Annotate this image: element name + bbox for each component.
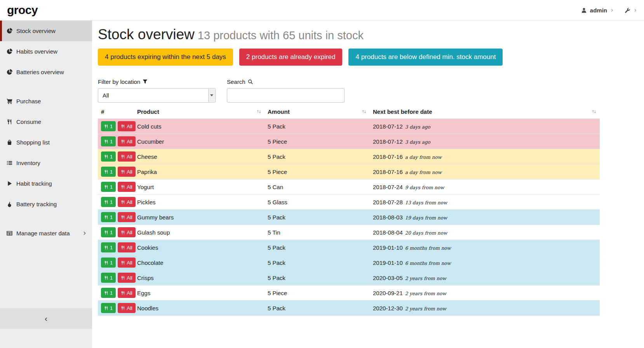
- column-header-product[interactable]: Product: [134, 108, 265, 119]
- consume-all-button[interactable]: All: [118, 227, 135, 237]
- sidebar-item-stock-overview[interactable]: Stock overview: [0, 21, 92, 41]
- best-before-date: 2019-01-10: [373, 259, 403, 266]
- utensils-icon: [104, 230, 108, 235]
- best-before-date: 2018-08-03: [373, 214, 403, 221]
- consume-all-button[interactable]: All: [118, 212, 135, 222]
- user-menu-label: admin: [590, 7, 607, 14]
- page-subtitle: 13 products with 65 units in stock: [198, 29, 364, 42]
- product-name-cell: Pickles: [134, 195, 265, 210]
- consume-all-button[interactable]: All: [118, 258, 135, 268]
- utensils-icon: [7, 119, 12, 125]
- sidebar-item-purchase[interactable]: Purchase: [0, 91, 92, 111]
- filter-row: Filter by location All Search: [98, 78, 638, 103]
- amount-cell: 5 Pack: [265, 301, 370, 316]
- consume-one-button[interactable]: 1: [101, 151, 116, 162]
- sidebar-item-batteries-overview[interactable]: Batteries overview: [0, 62, 92, 82]
- utensils-icon: [121, 185, 125, 189]
- consume-one-button[interactable]: 1: [101, 136, 116, 146]
- utensils-icon: [104, 245, 108, 250]
- utensils-icon: [121, 170, 125, 174]
- consume-one-button[interactable]: 1: [101, 273, 116, 283]
- user-menu[interactable]: admin: [581, 7, 614, 14]
- sidebar-item-inventory[interactable]: Inventory: [0, 153, 92, 173]
- utensils-icon: [121, 230, 125, 235]
- stock-table: # Product Amount Next best before date 1…: [98, 108, 600, 316]
- utensils-icon: [104, 200, 108, 204]
- consume-all-button[interactable]: All: [118, 167, 135, 177]
- product-name-cell: Cheese: [134, 149, 265, 164]
- below-min-stock-alert[interactable]: 4 products are below defined min. stock …: [348, 49, 503, 66]
- product-name-cell: Cookies: [134, 240, 265, 255]
- consume-one-button[interactable]: 1: [101, 182, 116, 192]
- settings-menu[interactable]: [625, 7, 637, 13]
- consume-one-button[interactable]: 1: [101, 212, 116, 222]
- sidebar-item-habit-tracking[interactable]: Habit tracking: [0, 173, 92, 194]
- amount-cell: 5 Pack: [265, 270, 370, 285]
- best-before-date: 2018-07-24: [373, 184, 403, 190]
- consume-one-button[interactable]: 1: [101, 197, 116, 207]
- search-input[interactable]: [227, 88, 345, 103]
- best-before-relative: 6 months from now: [405, 245, 451, 251]
- consume-all-button[interactable]: All: [118, 136, 135, 146]
- consume-all-button[interactable]: All: [118, 197, 135, 207]
- consume-all-button[interactable]: All: [118, 121, 135, 131]
- utensils-icon: [104, 170, 108, 174]
- consume-one-button[interactable]: 1: [101, 288, 116, 298]
- utensils-icon: [104, 185, 108, 189]
- shopping-bag-icon: [7, 139, 12, 145]
- best-before-relative: 13 days from now: [405, 200, 447, 205]
- consume-one-button[interactable]: 1: [101, 303, 116, 313]
- utensils-icon: [121, 276, 125, 280]
- app-logo[interactable]: grocy: [7, 3, 38, 17]
- table-row: 1All Cookies 5 Pack 2019-01-106 months f…: [98, 240, 600, 255]
- column-header-best-before[interactable]: Next best before date: [370, 108, 600, 119]
- chevron-right-icon: [634, 9, 637, 12]
- table-row: 1All Pickles 5 Glass 2018-07-2813 days f…: [98, 195, 600, 210]
- location-filter-label-text: Filter by location: [98, 78, 140, 85]
- consume-all-button[interactable]: All: [118, 151, 135, 162]
- consume-one-button[interactable]: 1: [101, 242, 116, 252]
- consume-all-button[interactable]: All: [118, 273, 135, 283]
- expiring-soon-alert[interactable]: 4 products expiring within the next 5 da…: [98, 49, 233, 66]
- best-before-date: 2018-07-28: [373, 199, 403, 205]
- column-header-actions: #: [98, 108, 134, 119]
- utensils-icon: [104, 139, 108, 144]
- sidebar-item-habits-overview[interactable]: Habits overview: [0, 41, 92, 62]
- sidebar-item-label: Manage master data: [16, 230, 70, 237]
- sidebar-item-label: Consume: [16, 118, 41, 125]
- location-select-value: All: [103, 92, 109, 99]
- best-before-date: 2020-09-21: [373, 290, 403, 296]
- utensils-icon: [121, 155, 125, 159]
- sidebar-item-battery-tracking[interactable]: Battery tracking: [0, 194, 92, 214]
- expired-alert[interactable]: 2 products are already expired: [239, 49, 343, 66]
- consume-all-button[interactable]: All: [118, 242, 135, 252]
- table-row: 1All Crisps 5 Pack 2020-03-052 years fro…: [98, 270, 600, 285]
- sidebar-item-consume[interactable]: Consume: [0, 111, 92, 132]
- utensils-icon: [121, 124, 125, 129]
- location-select[interactable]: All: [98, 88, 216, 103]
- filter-icon: [143, 79, 148, 84]
- consume-one-button[interactable]: 1: [101, 167, 116, 177]
- consume-one-button[interactable]: 1: [101, 258, 116, 268]
- consume-all-button[interactable]: All: [118, 288, 135, 298]
- amount-cell: 5 Pack: [265, 149, 370, 164]
- best-before-relative: 2 years from now: [405, 306, 446, 311]
- consume-one-button[interactable]: 1: [101, 227, 116, 237]
- consume-all-button[interactable]: All: [118, 303, 135, 313]
- consume-one-button[interactable]: 1: [101, 121, 116, 131]
- product-name-cell: Chocolate: [134, 255, 265, 270]
- page-title: Stock overview13 products with 65 units …: [98, 27, 638, 43]
- utensils-icon: [121, 200, 125, 204]
- column-header-amount[interactable]: Amount: [265, 108, 370, 119]
- table-row: 1All Yogurt 5 Can 2018-07-249 days from …: [98, 179, 600, 195]
- sidebar-collapse-button[interactable]: ‹: [0, 308, 92, 329]
- chart-pie-icon: [7, 28, 12, 34]
- table-header-row: # Product Amount Next best before date: [98, 108, 600, 119]
- best-before-relative: a day from now: [405, 155, 442, 160]
- product-name-cell: Gummy bears: [134, 210, 265, 225]
- sidebar-item-manage-master-data[interactable]: Manage master data: [0, 223, 92, 244]
- consume-all-button[interactable]: All: [118, 182, 135, 192]
- sidebar-item-shopping-list[interactable]: Shopping list: [0, 132, 92, 153]
- best-before-relative: 2 years from now: [405, 276, 446, 281]
- amount-cell: 5 Pack: [265, 210, 370, 225]
